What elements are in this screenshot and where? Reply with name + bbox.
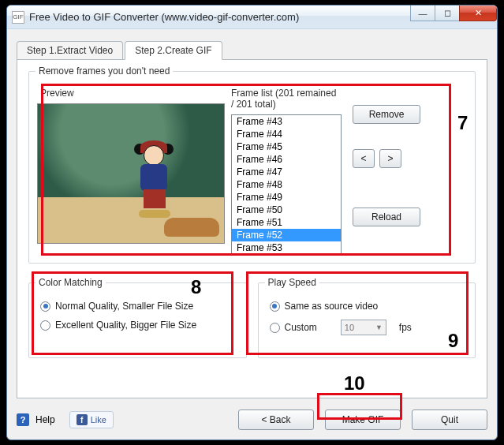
radio-icon xyxy=(40,320,50,331)
next-frame-button[interactable]: > xyxy=(379,149,401,168)
group-color-matching: Color Matching Normal Quality, Smaller F… xyxy=(28,282,247,358)
radio-label: Excellent Quality, Bigger File Size xyxy=(55,320,196,331)
radio-normal-quality[interactable]: Normal Quality, Smaller File Size xyxy=(40,301,235,312)
radio-label: Custom xyxy=(285,322,317,333)
radio-custom-fps[interactable]: Custom 10 ▼ fps xyxy=(270,320,465,335)
preview-image xyxy=(37,103,225,244)
radio-icon xyxy=(270,323,280,333)
radio-icon xyxy=(270,301,280,312)
group-remove-frames: Remove frames you don't need Preview xyxy=(28,71,476,264)
help-label: Help xyxy=(35,414,55,425)
frame-list-label: Frame list (201 remained / 201 total) xyxy=(231,88,342,110)
frame-list-item[interactable]: Frame #46 xyxy=(232,153,341,166)
facebook-icon: f xyxy=(77,414,88,425)
group-remove-frames-legend: Remove frames you don't need xyxy=(35,65,173,77)
facebook-like-button[interactable]: f Like xyxy=(69,411,114,428)
tab-create-gif[interactable]: Step 2.Create GIF xyxy=(125,41,222,60)
fps-suffix: fps xyxy=(399,322,412,333)
make-gif-button[interactable]: Make GIF xyxy=(325,409,401,430)
frame-list-item[interactable]: Frame #47 xyxy=(232,166,341,178)
help-link[interactable]: ? Help xyxy=(17,413,55,426)
frame-list-item[interactable]: Frame #44 xyxy=(232,128,341,140)
reload-button[interactable]: Reload xyxy=(353,208,420,226)
remove-button[interactable]: Remove xyxy=(353,105,420,124)
frame-list-item[interactable]: Frame #43 xyxy=(232,115,341,128)
preview-label: Preview xyxy=(40,88,225,99)
frame-list-item[interactable]: Frame #50 xyxy=(232,204,341,216)
chevron-down-icon: ▼ xyxy=(375,323,383,331)
frame-list-item[interactable]: Frame #53 xyxy=(232,241,341,254)
bottom-bar: ? Help f Like < Back Make GIF Quit xyxy=(17,409,487,430)
frame-list-item[interactable]: Frame #45 xyxy=(232,140,341,153)
group-color-matching-legend: Color Matching xyxy=(35,277,106,288)
radio-label: Normal Quality, Smaller File Size xyxy=(55,301,193,312)
fps-value: 10 xyxy=(345,323,354,332)
frame-list-item[interactable]: Frame #49 xyxy=(232,191,341,204)
frame-listbox[interactable]: Frame #43Frame #44Frame #45Frame #46Fram… xyxy=(231,114,342,255)
frame-list-item[interactable]: Frame #51 xyxy=(232,216,341,229)
close-button[interactable]: ✕ xyxy=(459,6,497,21)
prev-frame-button[interactable]: < xyxy=(353,149,375,168)
app-icon: GIF xyxy=(12,11,24,24)
like-label: Like xyxy=(91,415,106,424)
quit-button[interactable]: Quit xyxy=(412,409,487,430)
maximize-button[interactable]: ◻ xyxy=(435,6,460,21)
frame-list-item[interactable]: Frame #48 xyxy=(232,178,341,191)
tab-strip: Step 1.Extract Video Step 2.Create GIF xyxy=(17,40,487,59)
radio-excellent-quality[interactable]: Excellent Quality, Bigger File Size xyxy=(40,320,235,331)
radio-label: Same as source video xyxy=(285,301,379,312)
fps-combobox[interactable]: 10 ▼ xyxy=(341,320,386,335)
group-play-speed-legend: Play Speed xyxy=(265,277,319,288)
radio-icon xyxy=(40,301,50,312)
tab-panel-create-gif: Remove frames you don't need Preview xyxy=(17,59,487,398)
app-window: GIF Free Video to GIF Converter (www.vid… xyxy=(6,5,498,440)
minimize-button[interactable]: — xyxy=(410,6,435,21)
titlebar: GIF Free Video to GIF Converter (www.vid… xyxy=(7,6,497,29)
help-icon: ? xyxy=(17,413,29,426)
back-button[interactable]: < Back xyxy=(238,409,314,430)
window-title: Free Video to GIF Converter (www.video-g… xyxy=(29,11,299,23)
frame-list-item[interactable]: Frame #52 xyxy=(232,229,341,241)
radio-same-as-source[interactable]: Same as source video xyxy=(270,301,465,312)
group-play-speed: Play Speed Same as source video Custom 1… xyxy=(258,282,476,358)
tab-extract-video[interactable]: Step 1.Extract Video xyxy=(17,41,123,60)
frame-list-item[interactable]: Frame #54 xyxy=(232,254,341,255)
